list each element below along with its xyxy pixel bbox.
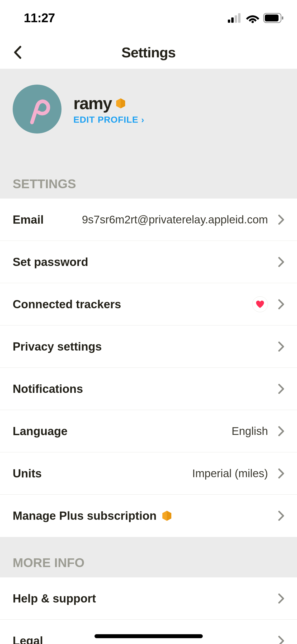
header: Settings <box>0 36 297 69</box>
row-value: Imperial (miles) <box>192 467 268 480</box>
chevron-right-icon <box>278 593 284 604</box>
chevron-right-icon <box>278 468 284 479</box>
section-header-settings: SETTINGS <box>0 143 297 199</box>
chevron-right-icon <box>278 426 284 436</box>
plus-badge-icon <box>116 98 126 109</box>
cellular-icon <box>228 13 242 23</box>
health-badge <box>252 296 268 312</box>
svg-rect-7 <box>282 16 283 20</box>
chevron-right-icon <box>278 636 284 644</box>
heart-icon <box>256 300 265 308</box>
avatar[interactable] <box>13 85 62 134</box>
row-value: English <box>232 425 268 438</box>
row-help[interactable]: Help & support <box>0 577 297 620</box>
edit-profile-link[interactable]: EDIT PROFILE › <box>73 114 144 125</box>
svg-point-4 <box>252 21 254 23</box>
profile-text: ramy EDIT PROFILE › <box>73 94 144 125</box>
chevron-left-icon <box>13 46 21 59</box>
svg-rect-3 <box>238 13 241 23</box>
row-label: Help & support <box>13 592 96 605</box>
profile-section: ramy EDIT PROFILE › <box>0 69 297 143</box>
row-label: Manage Plus subscription <box>13 509 157 522</box>
profile-row: ramy EDIT PROFILE › <box>13 85 284 134</box>
row-privacy[interactable]: Privacy settings <box>0 325 297 368</box>
row-label: Email <box>13 213 44 226</box>
row-label: Legal <box>13 634 43 644</box>
row-notifications[interactable]: Notifications <box>0 368 297 410</box>
svg-rect-6 <box>265 15 279 21</box>
chevron-right-icon <box>278 510 284 521</box>
home-indicator[interactable] <box>95 634 203 638</box>
row-email[interactable]: Email 9s7sr6m2rt@privaterelay.appleid.co… <box>0 199 297 241</box>
row-units[interactable]: Units Imperial (miles) <box>0 452 297 495</box>
chevron-right-icon <box>278 257 284 267</box>
row-label: Notifications <box>13 382 83 395</box>
profile-name: ramy <box>73 94 112 113</box>
back-button[interactable] <box>10 44 25 60</box>
row-manage-plus[interactable]: Manage Plus subscription <box>0 495 297 537</box>
row-value: 9s7sr6m2rt@privaterelay.appleid.com <box>82 213 268 226</box>
row-legal[interactable]: Legal <box>0 620 297 644</box>
svg-rect-2 <box>235 15 237 23</box>
row-label: Privacy settings <box>13 340 102 353</box>
chevron-right-icon <box>278 299 284 310</box>
chevron-right-icon <box>278 384 284 394</box>
avatar-logo-icon <box>23 93 52 125</box>
profile-name-row: ramy <box>73 94 144 113</box>
row-label: Set password <box>13 255 88 269</box>
status-icons <box>228 13 284 23</box>
section-header-more-info: MORE INFO <box>0 537 297 577</box>
row-label: Units <box>13 467 42 480</box>
wifi-icon <box>246 13 259 23</box>
row-connected-trackers[interactable]: Connected trackers <box>0 283 297 325</box>
page-title: Settings <box>121 44 176 61</box>
svg-marker-9 <box>121 98 125 108</box>
section-header-label: SETTINGS <box>13 177 284 191</box>
svg-rect-0 <box>228 20 230 23</box>
settings-list: Email 9s7sr6m2rt@privaterelay.appleid.co… <box>0 199 297 537</box>
status-time: 11:27 <box>24 11 55 25</box>
row-label: Connected trackers <box>13 298 121 311</box>
row-label: Language <box>13 425 68 438</box>
chevron-right-icon <box>278 214 284 225</box>
chevron-right-icon <box>278 341 284 352</box>
battery-icon <box>263 13 284 23</box>
plus-badge-icon <box>162 510 172 521</box>
row-set-password[interactable]: Set password <box>0 241 297 283</box>
row-language[interactable]: Language English <box>0 410 297 452</box>
svg-marker-11 <box>167 511 171 521</box>
svg-rect-1 <box>231 17 234 23</box>
section-header-label: MORE INFO <box>13 555 284 570</box>
status-bar: 11:27 <box>0 0 297 36</box>
